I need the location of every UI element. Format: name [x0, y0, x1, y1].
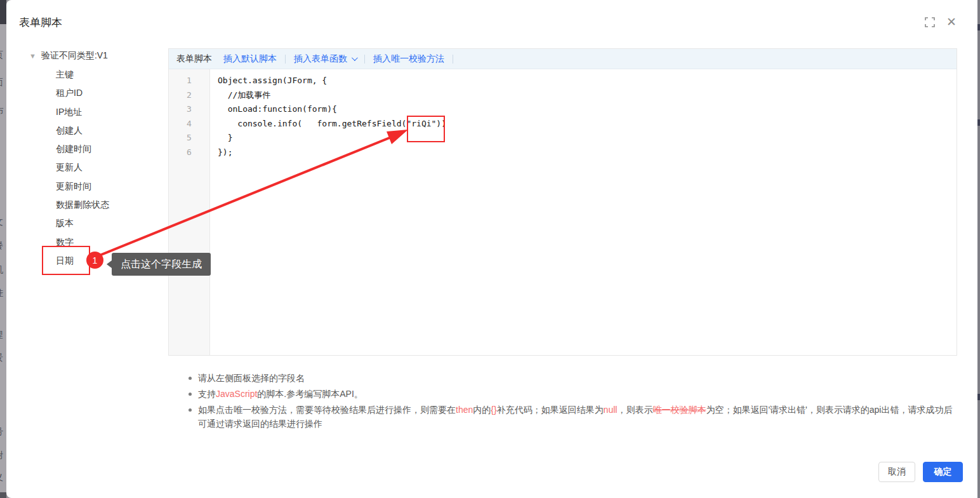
insert-form-function-label: 插入表单函数 — [294, 53, 347, 65]
tooltip-text: 点击这个字段生成 — [121, 258, 202, 271]
code-line: //加载事件 — [218, 88, 957, 103]
chevron-down-icon — [352, 55, 358, 61]
toolbar-divider — [364, 55, 365, 64]
tree-item-field[interactable]: 更新人 — [56, 158, 157, 177]
background-clipped-text: 机 — [0, 264, 6, 274]
insert-default-script-button[interactable]: 插入默认脚本 — [223, 53, 277, 65]
code-content[interactable]: Object.assign(JForm, { //加载事件 onLoad:fun… — [210, 69, 957, 355]
insert-form-function-button[interactable]: 插入表单函数 — [294, 53, 356, 65]
background-clipped-text: 页 — [0, 50, 6, 60]
scrollbar-tick — [977, 24, 980, 30]
toolbar-divider — [285, 55, 286, 64]
annotation-box-riqi-code — [407, 116, 445, 142]
bullet-icon — [189, 393, 192, 396]
line-number-gutter: 123456 — [169, 69, 210, 355]
line-number: 6 — [169, 145, 209, 160]
note-item: 如果点击唯一校验方法，需要等待校验结果后进行操作，则需要在then内的{}补充代… — [189, 403, 955, 431]
note-highlight: then — [456, 405, 473, 415]
code-line: onLoad:function(form){ — [218, 102, 957, 117]
background-clipped-text: 号 — [0, 426, 6, 436]
code-line: console.info( form.getRefsField("riQi")) — [218, 117, 957, 131]
line-number: 4 — [169, 117, 209, 131]
bullet-icon — [189, 408, 192, 412]
line-number: 2 — [169, 88, 209, 103]
tree-root-label: 验证不同类型:V1 — [41, 50, 108, 62]
note-segment: 支持 — [198, 389, 216, 399]
tree-item-field[interactable]: 创建人 — [56, 121, 157, 140]
annotation-box-date-field — [42, 246, 90, 275]
fullscreen-icon[interactable] — [924, 17, 936, 28]
editor-toolbar: 表单脚本 插入默认脚本 插入表单函数 插入唯一校验方法 — [169, 49, 957, 69]
line-number: 1 — [169, 74, 209, 88]
tree-item-field[interactable]: 主键 — [56, 65, 157, 84]
tooltip-arrow — [107, 260, 112, 268]
tree-root-node[interactable]: ▼ 验证不同类型:V1 — [29, 50, 108, 62]
background-page-edge: 页 面 布 文 餐 机 挂 埋 景 号 附 义 — [0, 0, 6, 498]
line-number: 3 — [169, 102, 209, 117]
note-highlight: {} — [491, 405, 496, 415]
note-text: 请从左侧面板选择的字段名 — [198, 371, 955, 385]
code-line: }); — [218, 145, 957, 160]
tree-item-field[interactable]: 数据删除状态 — [56, 196, 157, 214]
note-segment: 补充代码；如果返回结果为 — [497, 405, 604, 415]
note-item: 支持JavaScript的脚本.参考编写脚本API。 — [189, 387, 955, 401]
scrollbar-tick — [977, 394, 980, 400]
help-notes: 请从左侧面板选择的字段名支持JavaScript的脚本.参考编写脚本API。如果… — [189, 371, 955, 433]
insert-unique-validation-button[interactable]: 插入唯一校验方法 — [373, 53, 444, 65]
note-text: 如果点击唯一校验方法，需要等待校验结果后进行操作，则需要在then内的{}补充代… — [198, 403, 955, 431]
background-clipped-text: 布 — [0, 105, 6, 116]
background-dark-corner — [0, 0, 6, 24]
code-editor[interactable]: 123456 Object.assign(JForm, { //加载事件 onL… — [169, 69, 957, 355]
note-highlight: 唯一校验脚本 — [652, 405, 706, 415]
note-highlight: JavaScript — [216, 389, 257, 399]
dialog-title: 表单脚本 — [19, 15, 62, 30]
tree-item-field[interactable]: 创建时间 — [56, 140, 157, 158]
toolbar-divider — [453, 55, 453, 64]
line-number: 5 — [169, 131, 209, 145]
script-editor-panel: 表单脚本 插入默认脚本 插入表单函数 插入唯一校验方法 123456 Objec… — [168, 48, 957, 356]
note-segment: 的脚本.参考编写脚本API。 — [257, 389, 362, 399]
background-clipped-text: 附 — [0, 450, 6, 460]
background-dark-bottom — [0, 492, 6, 498]
note-segment: 如果点击唯一校验方法，需要等待校验结果后进行操作，则需要在 — [198, 405, 456, 415]
note-item: 请从左侧面板选择的字段名 — [189, 371, 955, 385]
note-segment: 内的 — [473, 405, 491, 415]
form-script-dialog: 表单脚本 ✕ ▼ 验证不同类型:V1 主键 租户ID IP地址 创建人 创建时间… — [6, 0, 977, 498]
note-segment: ，则表示 — [617, 405, 652, 415]
background-clipped-text: 义 — [0, 472, 6, 482]
background-clipped-text: 景 — [0, 353, 6, 363]
toolbar-panel-title: 表单脚本 — [176, 53, 212, 65]
cancel-button[interactable]: 取消 — [878, 462, 915, 482]
field-tree: 主键 租户ID IP地址 创建人 创建时间 更新人 更新时间 数据删除状态 版本… — [56, 65, 157, 270]
tree-item-field[interactable]: 版本 — [56, 214, 157, 232]
background-clipped-text: 餐 — [0, 240, 6, 250]
background-clipped-text: 挂 — [0, 288, 6, 298]
confirm-button[interactable]: 确定 — [923, 462, 963, 482]
code-line: } — [218, 131, 957, 145]
note-highlight: null — [604, 405, 618, 415]
annotation-step-badge: 1 — [86, 252, 103, 269]
tree-item-field[interactable]: 租户ID — [56, 84, 157, 102]
note-segment: 请从左侧面板选择的字段名 — [198, 373, 305, 383]
close-icon[interactable]: ✕ — [946, 17, 957, 28]
tree-item-field[interactable]: 更新时间 — [56, 177, 157, 196]
background-clipped-text: 埋 — [0, 330, 6, 340]
note-text: 支持JavaScript的脚本.参考编写脚本API。 — [198, 387, 955, 401]
background-clipped-text: 面 — [0, 77, 6, 87]
annotation-tooltip: 点击这个字段生成 — [112, 253, 211, 276]
page-scrollbar — [977, 0, 980, 498]
bullet-icon — [189, 377, 192, 380]
background-clipped-text: 文 — [0, 217, 6, 227]
tree-item-field[interactable]: IP地址 — [56, 103, 157, 121]
scrollbar-tick — [977, 119, 980, 126]
code-line: Object.assign(JForm, { — [218, 74, 957, 88]
caret-down-icon[interactable]: ▼ — [29, 52, 36, 60]
